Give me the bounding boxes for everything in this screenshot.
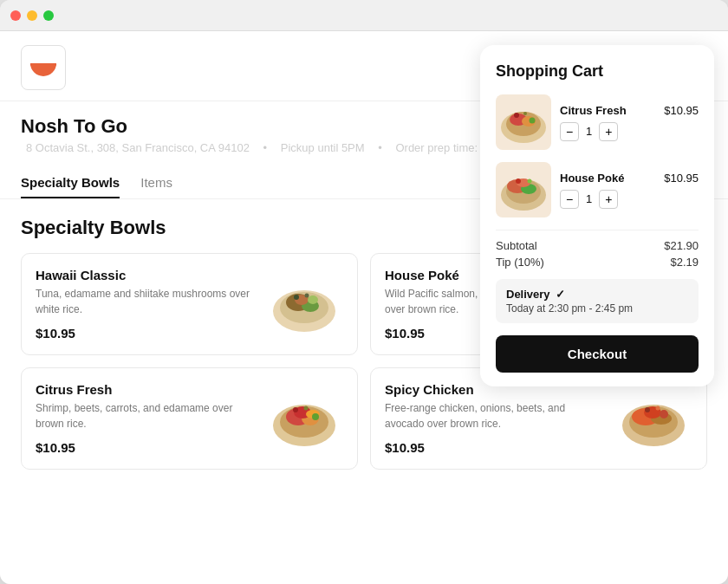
svg-point-32	[660, 410, 668, 419]
bowl-shape	[30, 63, 56, 76]
menu-item-desc: Shrimp, beets, carrots, and edamame over…	[36, 400, 257, 432]
svg-point-8	[294, 295, 299, 300]
svg-point-40	[530, 118, 536, 124]
menu-item-price: $10.95	[36, 440, 257, 455]
menu-item-image	[265, 384, 343, 453]
cart-item-price: $10.95	[664, 104, 699, 117]
checkout-button[interactable]: Checkout	[496, 335, 699, 373]
decrease-qty-poke[interactable]: −	[560, 190, 579, 209]
svg-point-25	[312, 413, 319, 420]
delivery-box: Delivery ✓ Today at 2:30 pm - 2:45 pm	[496, 279, 699, 323]
delivery-text: Delivery	[506, 288, 550, 301]
cart-item-image	[496, 162, 551, 217]
cart-item-details: House Poké $10.95 − 1 +	[560, 172, 699, 209]
delivery-label: Delivery ✓	[506, 288, 688, 301]
logo-bowl-icon	[30, 59, 56, 76]
menu-item-name: Citrus Fresh	[36, 382, 257, 397]
qty-value-poke: 1	[586, 192, 592, 205]
menu-item-info: Spicy Chicken Free-range chicken, onions…	[385, 382, 614, 455]
meta-dot2: •	[378, 141, 382, 154]
menu-item-price: $10.95	[36, 326, 257, 341]
app-window: Nosh To Go 8 Octavia St., 308, San Franc…	[0, 0, 728, 584]
restaurant-pickup: Pickup until 5PM	[281, 141, 365, 154]
menu-item-info: Hawaii Classic Tuna, edamame and shiitak…	[36, 268, 265, 341]
cart-item-price: $10.95	[664, 172, 699, 185]
maximize-dot[interactable]	[43, 10, 54, 21]
menu-item-image	[265, 269, 343, 339]
cart-divider	[496, 230, 699, 230]
menu-item-info: Citrus Fresh Shrimp, beets, carrots, and…	[36, 382, 265, 455]
menu-item-desc: Free-range chicken, onions, beets, and a…	[385, 400, 606, 432]
tip-label: Tip (10%)	[496, 256, 544, 269]
menu-item-citrus-fresh[interactable]: Citrus Fresh Shrimp, beets, carrots, and…	[21, 367, 358, 470]
cart-tip-row: Tip (10%) $2.19	[496, 256, 699, 269]
restaurant-address: 8 Octavia St., 308, San Francisco, CA 94…	[26, 141, 250, 154]
cart-subtotal-row: Subtotal $21.90	[496, 239, 699, 252]
spicy-chicken-img	[614, 384, 692, 453]
qty-value-citrus: 1	[586, 125, 592, 138]
svg-point-47	[516, 178, 521, 184]
shopping-cart-panel: Shopping Cart Citrus F	[480, 45, 714, 386]
cart-title: Shopping Cart	[496, 62, 699, 81]
cart-item-house-poke: House Poké $10.95 − 1 +	[496, 162, 699, 217]
menu-item-desc: Tuna, edamame and shiitake mushrooms ove…	[36, 286, 257, 317]
cart-item-details: Citrus Fresh $10.95 − 1 +	[560, 104, 699, 141]
subtotal-label: Subtotal	[496, 239, 537, 252]
delivery-check-icon: ✓	[556, 288, 565, 301]
close-dot[interactable]	[10, 10, 21, 21]
svg-point-48	[528, 179, 532, 184]
svg-point-9	[305, 294, 309, 298]
cart-item-name: House Poké	[560, 172, 624, 185]
menu-item-name: Hawaii Classic	[36, 268, 257, 282]
increase-qty-poke[interactable]: +	[599, 190, 618, 209]
cart-item-citrus-fresh: Citrus Fresh $10.95 − 1 +	[496, 94, 699, 150]
svg-point-24	[293, 407, 298, 412]
subtotal-value: $21.90	[664, 239, 699, 252]
cart-item-name: Citrus Fresh	[560, 104, 627, 117]
meta-dot1: •	[263, 141, 268, 154]
tab-items[interactable]: Items	[140, 168, 172, 198]
cart-poke-img	[496, 162, 551, 217]
hawaii-classic-img	[265, 269, 343, 339]
cart-item-qty: − 1 +	[560, 190, 699, 209]
svg-point-41	[523, 112, 527, 115]
cart-citrus-img	[496, 94, 551, 150]
tip-value: $2.19	[670, 256, 699, 269]
tab-specialty-bowls[interactable]: Specialty Bowls	[21, 168, 120, 198]
svg-point-26	[304, 406, 309, 411]
citrus-fresh-img	[265, 384, 343, 453]
minimize-dot[interactable]	[27, 10, 37, 21]
delivery-time: Today at 2:30 pm - 2:45 pm	[506, 302, 688, 315]
decrease-qty-citrus[interactable]: −	[560, 122, 579, 141]
svg-point-34	[656, 406, 660, 411]
cart-item-qty: − 1 +	[560, 122, 699, 141]
increase-qty-citrus[interactable]: +	[599, 122, 618, 141]
restaurant-logo	[21, 45, 66, 90]
svg-point-33	[645, 407, 650, 412]
svg-point-7	[308, 295, 318, 304]
menu-item-image	[614, 384, 692, 453]
menu-item-price: $10.95	[385, 440, 606, 455]
titlebar	[0, 0, 728, 31]
main-area: Nosh To Go 8 Octavia St., 308, San Franc…	[0, 31, 728, 584]
cart-item-image	[496, 94, 551, 150]
cart-subtotals: Subtotal $21.90 Tip (10%) $2.19	[496, 239, 699, 269]
svg-point-39	[514, 113, 519, 118]
menu-item-hawaii-classic[interactable]: Hawaii Classic Tuna, edamame and shiitak…	[21, 253, 358, 355]
